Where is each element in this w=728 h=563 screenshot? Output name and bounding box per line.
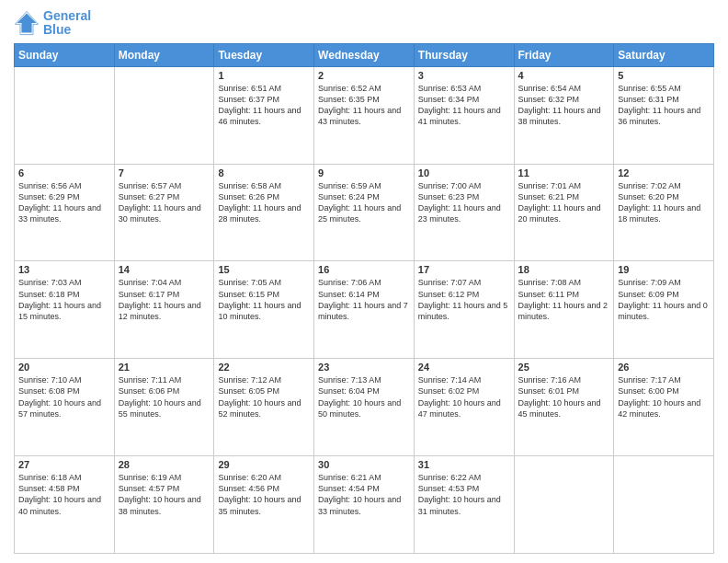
calendar-cell: 19Sunrise: 7:09 AM Sunset: 6:09 PM Dayli… [614,261,714,359]
day-number: 16 [318,264,410,275]
day-info: Sunrise: 7:09 AM Sunset: 6:09 PM Dayligh… [618,277,710,322]
calendar-cell: 2Sunrise: 6:52 AM Sunset: 6:35 PM Daylig… [314,66,415,164]
day-number: 1 [218,70,310,81]
day-number: 4 [518,70,610,81]
calendar-cell: 11Sunrise: 7:01 AM Sunset: 6:21 PM Dayli… [514,164,614,261]
day-info: Sunrise: 6:57 AM Sunset: 6:27 PM Dayligh… [119,180,210,225]
calendar-cell: 30Sunrise: 6:21 AM Sunset: 4:54 PM Dayli… [314,456,415,554]
day-number: 13 [18,264,110,275]
calendar-cell: 4Sunrise: 6:54 AM Sunset: 6:32 PM Daylig… [514,66,614,164]
day-number: 28 [119,459,210,470]
day-number: 14 [119,264,210,275]
day-number: 23 [318,362,410,373]
calendar-cell: 28Sunrise: 6:19 AM Sunset: 4:57 PM Dayli… [114,456,214,554]
calendar-cell: 21Sunrise: 7:11 AM Sunset: 6:06 PM Dayli… [114,359,214,456]
page: General Blue SundayMondayTuesdayWednesda… [0,0,728,563]
calendar-cell [15,66,115,164]
calendar-cell [514,456,614,554]
col-header-tuesday: Tuesday [214,43,314,66]
day-number: 2 [318,70,410,81]
logo-icon [14,10,40,36]
day-number: 24 [418,362,510,373]
day-number: 22 [218,362,310,373]
day-info: Sunrise: 7:05 AM Sunset: 6:15 PM Dayligh… [218,277,310,322]
calendar-cell: 10Sunrise: 7:00 AM Sunset: 6:23 PM Dayli… [414,164,514,261]
logo: General Blue [14,9,91,38]
day-info: Sunrise: 7:17 AM Sunset: 6:00 PM Dayligh… [618,374,710,419]
calendar-cell: 25Sunrise: 7:16 AM Sunset: 6:01 PM Dayli… [514,359,614,456]
day-info: Sunrise: 6:18 AM Sunset: 4:58 PM Dayligh… [18,472,110,517]
col-header-wednesday: Wednesday [314,43,415,66]
day-info: Sunrise: 7:11 AM Sunset: 6:06 PM Dayligh… [119,374,210,419]
day-info: Sunrise: 7:07 AM Sunset: 6:12 PM Dayligh… [418,277,510,322]
day-number: 17 [418,264,510,275]
day-info: Sunrise: 6:59 AM Sunset: 6:24 PM Dayligh… [318,180,410,225]
day-info: Sunrise: 6:56 AM Sunset: 6:29 PM Dayligh… [18,180,110,225]
calendar-cell: 15Sunrise: 7:05 AM Sunset: 6:15 PM Dayli… [214,261,314,359]
day-number: 18 [518,264,610,275]
week-row-3: 13Sunrise: 7:03 AM Sunset: 6:18 PM Dayli… [15,261,714,359]
day-number: 26 [618,362,710,373]
day-info: Sunrise: 6:22 AM Sunset: 4:53 PM Dayligh… [418,472,510,517]
day-number: 11 [518,167,610,178]
day-info: Sunrise: 7:08 AM Sunset: 6:11 PM Dayligh… [518,277,610,322]
calendar-cell: 23Sunrise: 7:13 AM Sunset: 6:04 PM Dayli… [314,359,415,456]
calendar-cell: 1Sunrise: 6:51 AM Sunset: 6:37 PM Daylig… [214,66,314,164]
calendar-cell: 17Sunrise: 7:07 AM Sunset: 6:12 PM Dayli… [414,261,514,359]
day-info: Sunrise: 6:53 AM Sunset: 6:34 PM Dayligh… [418,83,510,128]
day-number: 12 [618,167,710,178]
day-number: 15 [218,264,310,275]
day-number: 5 [618,70,710,81]
calendar-cell: 24Sunrise: 7:14 AM Sunset: 6:02 PM Dayli… [414,359,514,456]
calendar-cell: 16Sunrise: 7:06 AM Sunset: 6:14 PM Dayli… [314,261,415,359]
day-info: Sunrise: 7:00 AM Sunset: 6:23 PM Dayligh… [418,180,510,225]
calendar-cell: 27Sunrise: 6:18 AM Sunset: 4:58 PM Dayli… [15,456,115,554]
calendar-header-row: SundayMondayTuesdayWednesdayThursdayFrid… [15,43,714,66]
day-info: Sunrise: 7:06 AM Sunset: 6:14 PM Dayligh… [318,277,410,322]
calendar-cell: 29Sunrise: 6:20 AM Sunset: 4:56 PM Dayli… [214,456,314,554]
day-number: 20 [18,362,110,373]
day-number: 3 [418,70,510,81]
week-row-2: 6Sunrise: 6:56 AM Sunset: 6:29 PM Daylig… [15,164,714,261]
logo-text: General Blue [43,9,91,38]
calendar-cell: 3Sunrise: 6:53 AM Sunset: 6:34 PM Daylig… [414,66,514,164]
day-number: 19 [618,264,710,275]
day-info: Sunrise: 6:51 AM Sunset: 6:37 PM Dayligh… [218,83,310,128]
calendar-table: SundayMondayTuesdayWednesdayThursdayFrid… [14,43,714,554]
day-info: Sunrise: 6:52 AM Sunset: 6:35 PM Dayligh… [318,83,410,128]
day-info: Sunrise: 7:12 AM Sunset: 6:05 PM Dayligh… [218,374,310,419]
calendar-cell: 22Sunrise: 7:12 AM Sunset: 6:05 PM Dayli… [214,359,314,456]
day-number: 7 [119,167,210,178]
day-info: Sunrise: 7:10 AM Sunset: 6:08 PM Dayligh… [18,374,110,419]
day-number: 31 [418,459,510,470]
day-number: 10 [418,167,510,178]
calendar-cell: 6Sunrise: 6:56 AM Sunset: 6:29 PM Daylig… [15,164,115,261]
calendar-cell: 7Sunrise: 6:57 AM Sunset: 6:27 PM Daylig… [114,164,214,261]
day-number: 9 [318,167,410,178]
day-number: 6 [18,167,110,178]
calendar-cell: 31Sunrise: 6:22 AM Sunset: 4:53 PM Dayli… [414,456,514,554]
calendar-cell: 20Sunrise: 7:10 AM Sunset: 6:08 PM Dayli… [15,359,115,456]
day-info: Sunrise: 6:19 AM Sunset: 4:57 PM Dayligh… [119,472,210,517]
day-info: Sunrise: 6:54 AM Sunset: 6:32 PM Dayligh… [518,83,610,128]
day-number: 30 [318,459,410,470]
day-info: Sunrise: 7:02 AM Sunset: 6:20 PM Dayligh… [618,180,710,225]
day-info: Sunrise: 6:55 AM Sunset: 6:31 PM Dayligh… [618,83,710,128]
week-row-1: 1Sunrise: 6:51 AM Sunset: 6:37 PM Daylig… [15,66,714,164]
calendar-cell: 5Sunrise: 6:55 AM Sunset: 6:31 PM Daylig… [614,66,714,164]
calendar-cell: 14Sunrise: 7:04 AM Sunset: 6:17 PM Dayli… [114,261,214,359]
day-info: Sunrise: 7:14 AM Sunset: 6:02 PM Dayligh… [418,374,510,419]
day-info: Sunrise: 6:58 AM Sunset: 6:26 PM Dayligh… [218,180,310,225]
col-header-saturday: Saturday [614,43,714,66]
calendar-cell [614,456,714,554]
col-header-monday: Monday [114,43,214,66]
day-number: 25 [518,362,610,373]
day-info: Sunrise: 7:13 AM Sunset: 6:04 PM Dayligh… [318,374,410,419]
calendar-cell [114,66,214,164]
calendar-cell: 26Sunrise: 7:17 AM Sunset: 6:00 PM Dayli… [614,359,714,456]
day-info: Sunrise: 7:16 AM Sunset: 6:01 PM Dayligh… [518,374,610,419]
calendar-cell: 8Sunrise: 6:58 AM Sunset: 6:26 PM Daylig… [214,164,314,261]
calendar-cell: 9Sunrise: 6:59 AM Sunset: 6:24 PM Daylig… [314,164,415,261]
header: General Blue [14,9,714,38]
calendar-cell: 18Sunrise: 7:08 AM Sunset: 6:11 PM Dayli… [514,261,614,359]
